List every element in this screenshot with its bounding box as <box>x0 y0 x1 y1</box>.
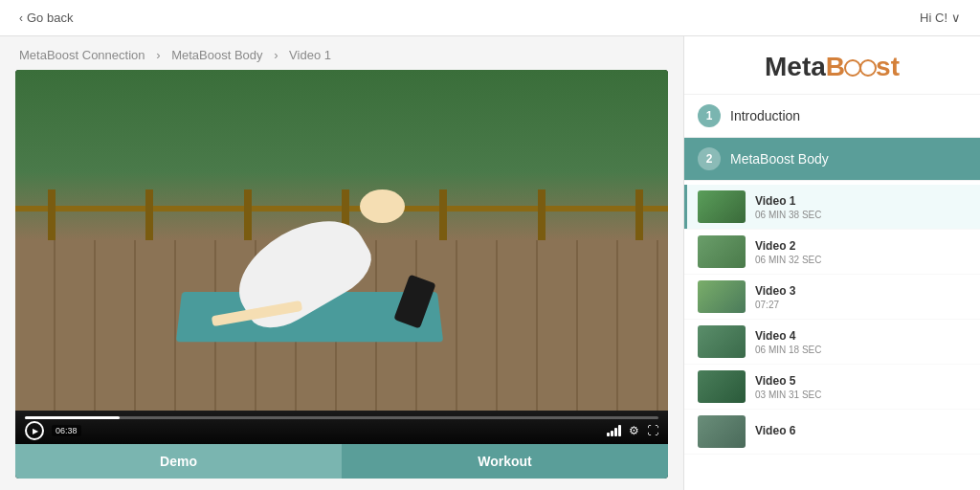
video-item-6[interactable]: Video 6 <box>684 410 980 455</box>
go-back-chevron-icon: ‹ <box>19 11 23 25</box>
right-sidebar: MetaBst 1 Introduction 2 MetaBoost Body … <box>683 36 980 490</box>
volume-bar-4 <box>618 425 621 436</box>
video-list: Video 1 06 MIN 38 SEC Video 2 06 MIN 32 … <box>684 181 980 458</box>
person-leg <box>393 275 435 329</box>
play-icon: ▶ <box>33 427 38 435</box>
logo-area: MetaBst <box>684 36 980 95</box>
progress-fill <box>25 416 120 419</box>
volume-bar-2 <box>611 431 613 436</box>
volume-bars-icon[interactable] <box>607 425 621 436</box>
video-title-2: Video 2 <box>755 239 967 253</box>
volume-bar-3 <box>614 428 617 436</box>
video-duration-3: 07:27 <box>755 300 967 310</box>
controls-right: ⚙ ⛶ <box>607 424 658 437</box>
video-duration-5: 03 MIN 31 SEC <box>755 390 967 400</box>
workout-tab-label: Workout <box>478 454 532 469</box>
video-tabs: Demo Workout <box>15 444 668 479</box>
controls-row: ▶ 06:38 ⚙ ⛶ <box>25 421 658 440</box>
main-layout: MetaBoost Connection › MetaBoost Body › … <box>0 36 980 490</box>
user-menu[interactable]: Hi C! ∨ <box>920 11 961 25</box>
video-item-2[interactable]: Video 2 06 MIN 32 SEC <box>684 230 980 275</box>
video-thumb-4 <box>698 325 746 358</box>
video-title-5: Video 5 <box>755 374 967 388</box>
breadcrumb: MetaBoost Connection › MetaBoost Body › … <box>15 48 668 62</box>
fullscreen-icon[interactable]: ⛶ <box>647 424 658 437</box>
video-item-3[interactable]: Video 3 07:27 <box>684 275 980 320</box>
video-title-6: Video 6 <box>755 424 967 437</box>
video-info-3: Video 3 07:27 <box>755 284 967 310</box>
breadcrumb-part2[interactable]: MetaBoost Body <box>171 48 262 62</box>
logo-boost-text: Bst <box>826 52 900 81</box>
video-item-1[interactable]: Video 1 06 MIN 38 SEC <box>684 185 980 230</box>
video-duration-1: 06 MIN 38 SEC <box>755 210 967 220</box>
video-item-4[interactable]: Video 4 06 MIN 18 SEC <box>684 320 980 365</box>
time-badge: 06:38 <box>52 425 81 436</box>
person-head <box>360 189 406 224</box>
video-info-1: Video 1 06 MIN 38 SEC <box>755 194 967 220</box>
video-thumb-1 <box>698 190 746 223</box>
demo-tab[interactable]: Demo <box>15 444 342 479</box>
section-title-2: MetaBoost Body <box>730 151 829 167</box>
demo-tab-label: Demo <box>160 454 197 469</box>
person-figure <box>212 189 440 325</box>
section-number-1: 1 <box>698 104 721 127</box>
volume-bar-1 <box>607 433 610 436</box>
video-title-1: Video 1 <box>755 194 967 208</box>
video-player: ▶ 06:38 ⚙ ⛶ <box>15 70 668 479</box>
video-title-3: Video 3 <box>755 284 967 298</box>
progress-bar[interactable] <box>25 416 658 419</box>
video-background <box>15 70 668 411</box>
section-introduction[interactable]: 1 Introduction <box>684 95 980 138</box>
section-title-1: Introduction <box>730 108 800 123</box>
section-metaboost-body[interactable]: 2 MetaBoost Body <box>684 138 980 181</box>
video-info-4: Video 4 06 MIN 18 SEC <box>755 329 967 355</box>
workout-tab[interactable]: Workout <box>342 444 668 479</box>
logo-meta-text: Meta <box>765 52 826 81</box>
video-controls: ▶ 06:38 ⚙ ⛶ <box>15 411 668 444</box>
video-frame[interactable] <box>15 70 668 411</box>
user-dropdown-icon: ∨ <box>951 11 961 25</box>
breadcrumb-separator1: › <box>156 48 160 62</box>
breadcrumb-separator2: › <box>274 48 278 62</box>
video-thumb-2 <box>698 235 746 268</box>
section-number-2: 2 <box>698 147 721 170</box>
video-info-2: Video 2 06 MIN 32 SEC <box>755 239 967 265</box>
breadcrumb-part1[interactable]: MetaBoost Connection <box>19 48 145 62</box>
brand-logo: MetaBst <box>765 52 900 82</box>
play-button[interactable]: ▶ <box>25 421 44 440</box>
controls-left: ▶ 06:38 <box>25 421 81 440</box>
left-content: MetaBoost Connection › MetaBoost Body › … <box>0 36 683 490</box>
video-thumb-3 <box>698 280 746 313</box>
user-greeting: Hi C! <box>920 11 947 25</box>
settings-icon[interactable]: ⚙ <box>629 424 639 437</box>
video-thumb-6 <box>698 415 746 448</box>
video-info-5: Video 5 03 MIN 31 SEC <box>755 374 967 400</box>
video-duration-2: 06 MIN 32 SEC <box>755 255 967 265</box>
top-nav: ‹ Go back Hi C! ∨ <box>0 0 980 36</box>
video-title-4: Video 4 <box>755 329 967 343</box>
go-back-label: Go back <box>27 11 73 25</box>
video-thumb-5 <box>698 370 746 403</box>
video-item-5[interactable]: Video 5 03 MIN 31 SEC <box>684 365 980 410</box>
video-info-6: Video 6 <box>755 424 967 439</box>
video-duration-4: 06 MIN 18 SEC <box>755 345 967 355</box>
breadcrumb-part3: Video 1 <box>289 48 331 62</box>
go-back-link[interactable]: ‹ Go back <box>19 11 73 25</box>
course-list: 1 Introduction 2 MetaBoost Body Video 1 … <box>684 95 980 490</box>
